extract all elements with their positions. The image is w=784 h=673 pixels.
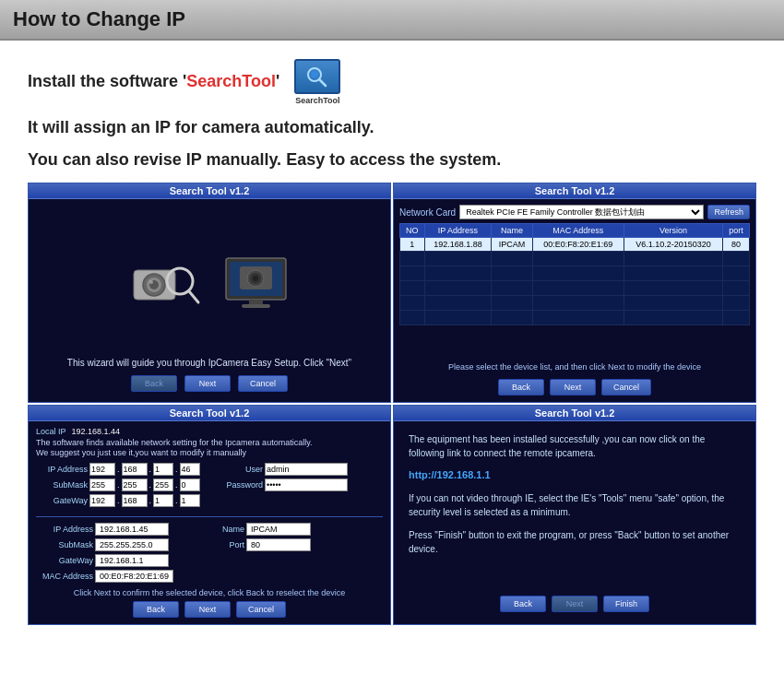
- ip-cancel-button[interactable]: Cancel: [236, 601, 286, 618]
- success-next-button[interactable]: Next: [552, 596, 598, 612]
- sm-input-4[interactable]: [180, 478, 200, 491]
- search-buttons: Back Next Cancel: [399, 379, 750, 396]
- ip-input-4[interactable]: [180, 463, 200, 476]
- intro-line-2: It will assign an IP for camera automati…: [28, 118, 756, 137]
- warning2: We suggest you just use it,you want to m…: [36, 448, 383, 457]
- wizard-description: This wizard will guide you through IpCam…: [67, 358, 351, 368]
- table-row-empty: [400, 311, 750, 325]
- svg-point-2: [311, 71, 318, 78]
- panel-success: Search Tool v1.2 The equipment has been …: [393, 405, 756, 625]
- network-card-label: Network Card: [399, 207, 456, 218]
- ip-address-label: IP Address: [36, 465, 88, 474]
- search-next-button[interactable]: Next: [550, 379, 596, 396]
- success-finish-button[interactable]: Finish: [603, 596, 649, 612]
- name-value: IPCAM: [246, 523, 311, 536]
- main-content: Install the software 'SearchTool' Search…: [0, 41, 784, 634]
- table-row-empty: [400, 266, 750, 281]
- panel-search: Search Tool v1.2 Network Card Realtek PC…: [393, 183, 756, 403]
- svg-rect-17: [242, 304, 270, 308]
- col-name: Name: [492, 224, 532, 238]
- svg-point-15: [253, 276, 258, 281]
- ip-input-1[interactable]: [89, 463, 115, 476]
- sm-input-1[interactable]: [89, 478, 115, 491]
- wizard-buttons: Back Next Cancel: [131, 375, 288, 392]
- gw-input-3[interactable]: [153, 494, 173, 507]
- network-card-row: Network Card Realtek PCIe FE Family Cont…: [399, 205, 750, 219]
- gw-label2: GateWay: [36, 556, 93, 565]
- sm-value: 255.255.255.0: [95, 538, 169, 551]
- wizard-back-button[interactable]: Back: [131, 375, 177, 392]
- success-finish-text: Press "Finish" button to exit the progra…: [409, 528, 741, 590]
- search-cancel-button[interactable]: Cancel: [601, 379, 651, 396]
- panel-ip-title: Search Tool v1.2: [29, 406, 390, 421]
- local-ip-label: Local IP: [36, 427, 66, 436]
- success-buttons: Back Next Finish: [409, 596, 741, 612]
- page-title: How to Change IP: [13, 7, 771, 31]
- searchtool-icon: SearchTool: [290, 59, 345, 105]
- password-label: Password: [211, 480, 263, 490]
- network-card-select[interactable]: Realtek PCIe FE Family Controller 数据包计划由: [459, 205, 704, 219]
- password-input[interactable]: [265, 478, 348, 491]
- ip-addr-label2: IP Address: [36, 525, 93, 534]
- gw-value: 192.168.1.1: [95, 554, 169, 567]
- ip-input-3[interactable]: [153, 463, 173, 476]
- col-no: NO: [400, 224, 425, 238]
- screenshots-grid: Search Tool v1.2: [28, 183, 756, 625]
- success-link[interactable]: http://192.168.1.1: [409, 469, 741, 480]
- gw-input-1[interactable]: [89, 494, 115, 507]
- panel-wizard: Search Tool v1.2: [28, 183, 391, 403]
- user-label: User: [211, 465, 263, 474]
- col-port: port: [723, 224, 750, 238]
- ip-back-button[interactable]: Back: [133, 601, 179, 618]
- port-label: Port: [211, 540, 244, 549]
- header: How to Change IP: [0, 0, 784, 41]
- wizard-monitor-icon: [221, 254, 291, 313]
- panel-ip-settings: Search Tool v1.2 Local IP 192.168.1.44 T…: [28, 405, 391, 625]
- svg-rect-16: [249, 300, 263, 304]
- sm-label2: SubMask: [36, 540, 93, 549]
- search-back-button[interactable]: Back: [498, 379, 544, 396]
- results-table: NO IP Address Name MAC Address Version p…: [399, 223, 750, 325]
- table-row-empty: [400, 296, 750, 311]
- table-row-empty: [400, 252, 750, 266]
- submask-label: SubMask: [36, 480, 88, 490]
- mac-value: 00:E0:F8:20:E1:69: [95, 570, 173, 583]
- success-note: If you can not video through IE, select …: [409, 491, 741, 519]
- warning1: The software finds available network set…: [36, 438, 383, 447]
- svg-line-9: [189, 291, 198, 302]
- ip-status-text: Click Next to confirm the selected devic…: [36, 586, 383, 597]
- port-value: 80: [246, 538, 311, 551]
- name-label: Name: [211, 525, 244, 534]
- local-ip-value: 192.168.1.44: [72, 427, 121, 436]
- panel-wizard-title: Search Tool v1.2: [29, 183, 390, 199]
- search-status-text: Please select the device list, and then …: [399, 329, 750, 372]
- ip-buttons: Back Next Cancel: [36, 601, 383, 618]
- wizard-camera-icon: [129, 254, 203, 313]
- intro-line-3: You can also revise IP manually. Easy to…: [28, 150, 756, 170]
- col-version: Version: [624, 224, 722, 238]
- ip-next-button[interactable]: Next: [184, 601, 231, 618]
- success-text1: The equipment has been installed success…: [409, 432, 741, 460]
- svg-line-1: [319, 79, 326, 86]
- user-input[interactable]: [265, 463, 348, 476]
- gw-input-4[interactable]: [180, 494, 200, 507]
- success-back-button[interactable]: Back: [500, 596, 546, 612]
- mac-label: MAC Address: [36, 572, 93, 581]
- wizard-next-button[interactable]: Next: [184, 375, 231, 392]
- table-row[interactable]: 1 192.168.1.88 IPCAM 00:E0:F8:20:E1:69 V…: [400, 238, 750, 252]
- ip-addr-value: 192.168.1.45: [95, 523, 169, 536]
- panel-search-title: Search Tool v1.2: [394, 183, 755, 199]
- intro-line-1: Install the software 'SearchTool' Search…: [28, 59, 756, 105]
- sm-input-3[interactable]: [153, 478, 173, 491]
- gateway-label: GateWay: [36, 496, 88, 505]
- panel-success-title: Search Tool v1.2: [394, 406, 755, 421]
- refresh-button[interactable]: Refresh: [707, 205, 750, 219]
- svg-point-7: [149, 280, 153, 284]
- col-mac: MAC Address: [532, 224, 624, 238]
- wizard-cancel-button[interactable]: Cancel: [238, 375, 288, 392]
- sm-input-2[interactable]: [122, 478, 148, 491]
- col-ip: IP Address: [424, 224, 492, 238]
- gw-input-2[interactable]: [122, 494, 148, 507]
- ip-input-2[interactable]: [122, 463, 148, 476]
- table-row-empty: [400, 281, 750, 296]
